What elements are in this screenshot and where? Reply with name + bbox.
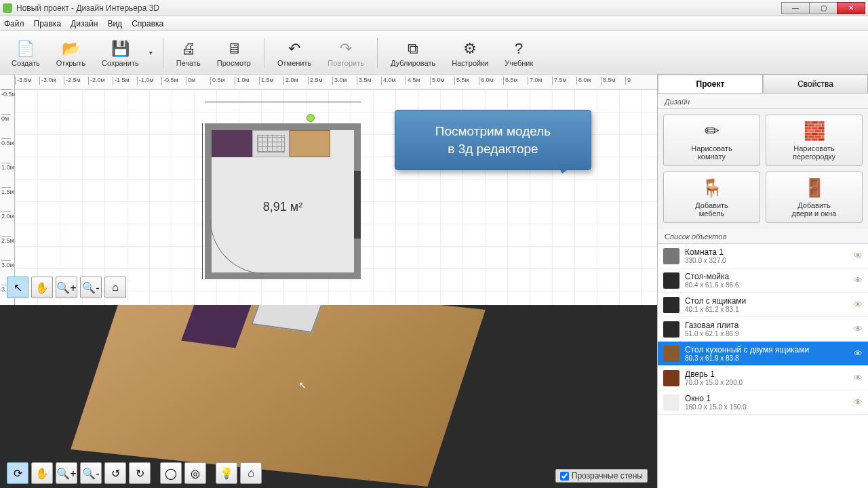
object-item[interactable]: Комната 1330.0 x 327.0👁 — [658, 244, 868, 268]
help-icon: ? — [509, 39, 529, 59]
object-thumb — [663, 248, 679, 264]
object-name: Стол с ящиками — [685, 296, 848, 306]
visibility-toggle[interactable]: 👁 — [854, 373, 863, 383]
add-doors-button[interactable]: 🚪Добавить двери и окна — [766, 171, 863, 223]
preview-tool-rotl[interactable]: ↺ — [104, 462, 126, 484]
hint-callout: Посмотрим модель в 3д редакторе — [395, 110, 591, 170]
object-dims: 330.0 x 327.0 — [685, 257, 848, 264]
preview-tool-home[interactable]: ⌂ — [240, 462, 262, 484]
plan-view[interactable]: -3.5м-3.0м-2.5м-2.0м-1.5м-1.0м-0.5м0м0.5… — [0, 75, 657, 305]
visibility-toggle[interactable]: 👁 — [854, 324, 863, 334]
object-item[interactable]: Стол-мойка80.4 x 61.6 x 86.6👁 — [658, 268, 868, 293]
maximize-button[interactable]: ▢ — [809, 2, 837, 14]
open-icon: 📂 — [60, 39, 81, 59]
object-thumb — [663, 346, 679, 362]
stove-block[interactable] — [252, 130, 290, 157]
menu-Дизайн[interactable]: Дизайн — [71, 19, 98, 28]
pref-button[interactable]: ⚙Настройки — [446, 37, 494, 69]
view-label: Просмотр — [217, 59, 251, 67]
door-swing[interactable] — [210, 220, 264, 274]
object-thumb — [663, 297, 679, 313]
object-dims: 40.1 x 61.2 x 83.1 — [685, 306, 848, 313]
plan-tool-home[interactable]: ⌂ — [104, 277, 126, 298]
menu-Файл[interactable]: Файл — [4, 19, 24, 28]
help-button[interactable]: ?Учебник — [498, 37, 539, 69]
view-icon: 🖥 — [224, 39, 244, 59]
menu-Правка[interactable]: Правка — [34, 19, 62, 28]
preview-tool-orbit[interactable]: ⟳ — [7, 462, 28, 484]
room-outline[interactable]: 8,91 м² — [205, 123, 361, 279]
view-button[interactable]: 🖥Просмотр — [211, 37, 257, 69]
floor-3d — [71, 305, 486, 487]
preview-tool-zoomout[interactable]: 🔍- — [80, 462, 102, 484]
tab-project[interactable]: Проект — [658, 75, 763, 93]
plan-tool-zoomout[interactable]: 🔍- — [80, 277, 102, 298]
window-marker[interactable] — [354, 171, 361, 239]
save-button[interactable]: 💾Сохранить — [96, 37, 145, 69]
transparent-walls-checkbox[interactable]: Прозрачные стены — [555, 469, 648, 483]
object-dims: 70.0 x 15.0 x 200.0 — [685, 379, 848, 386]
design-buttons: ✏Нарисовать комнату🧱Нарисовать перегород… — [658, 109, 868, 228]
object-item[interactable]: Газовая плита51.0 x 62.1 x 86.9👁 — [658, 317, 868, 342]
preview-tool-lasso2[interactable]: ◎ — [184, 462, 206, 484]
object-item[interactable]: Дверь 170.0 x 15.0 x 200.0👁 — [658, 366, 868, 390]
new-label: Создать — [12, 59, 40, 67]
plan-canvas[interactable]: 8,91 м² Посмотрим модель в 3д редакторе — [15, 89, 657, 305]
object-item[interactable]: Окно 1160.0 x 15.0 x 150.0👁 — [658, 390, 868, 415]
preview-tool-pan[interactable]: ✋ — [31, 462, 53, 484]
preview-tool-lasso1[interactable]: ◯ — [160, 462, 182, 484]
object-item[interactable]: Стол с ящиками40.1 x 61.2 x 83.1👁 — [658, 293, 868, 317]
section-design-header: Дизайн — [658, 94, 868, 109]
panel-tabs: Проект Свойства — [658, 75, 868, 94]
close-button[interactable]: ✕ — [837, 2, 865, 14]
preview-tool-light[interactable]: 💡 — [216, 462, 237, 484]
save-label: Сохранить — [102, 59, 139, 67]
menu-Справка[interactable]: Справка — [132, 19, 163, 28]
drag-handle[interactable] — [307, 114, 315, 122]
visibility-toggle[interactable]: 👁 — [854, 275, 863, 285]
add-furniture-button[interactable]: 🪑Добавить мебель — [663, 171, 760, 223]
object-dims: 80.4 x 61.6 x 86.6 — [685, 281, 848, 289]
visibility-toggle[interactable]: 👁 — [854, 397, 863, 407]
plan-tool-zoomin[interactable]: 🔍+ — [56, 277, 77, 298]
preview-3d[interactable]: ↖ ⟳✋🔍+🔍-↺↻◯◎💡⌂ Прозрачные стены — [0, 305, 657, 488]
help-label: Учебник — [505, 59, 533, 67]
dimension-line — [205, 102, 361, 102]
draw-room-button[interactable]: ✏Нарисовать комнату — [663, 115, 760, 166]
pref-label: Настройки — [452, 59, 488, 67]
object-thumb — [663, 370, 679, 386]
plan-tool-pan[interactable]: ✋ — [31, 277, 53, 298]
dup-icon: ⧉ — [403, 39, 423, 59]
preview-tool-zoomin[interactable]: 🔍+ — [56, 462, 77, 484]
visibility-toggle[interactable]: 👁 — [854, 300, 863, 310]
dimension-line — [202, 123, 203, 279]
furniture-block[interactable] — [290, 130, 330, 157]
new-button[interactable]: 📄Создать — [5, 37, 46, 69]
right-panel: Проект Свойства Дизайн ✏Нарисовать комна… — [658, 75, 868, 488]
add-furniture-icon: 🪑 — [701, 178, 723, 199]
section-objects-header: Список объектов — [658, 228, 868, 244]
undo-button[interactable]: ↶Отменить — [271, 37, 317, 69]
dup-button[interactable]: ⧉Дублировать — [384, 37, 441, 69]
save-icon: 💾 — [110, 39, 130, 59]
object-list[interactable]: Комната 1330.0 x 327.0👁Стол-мойка80.4 x … — [658, 244, 868, 488]
minimize-button[interactable]: — — [781, 2, 810, 14]
plan-tool-select[interactable]: ↖ — [7, 277, 28, 298]
transparent-walls-input[interactable] — [560, 472, 569, 481]
pref-icon: ⚙ — [460, 39, 480, 59]
tab-properties[interactable]: Свойства — [763, 75, 868, 93]
visibility-toggle[interactable]: 👁 — [854, 348, 863, 359]
new-icon: 📄 — [16, 39, 36, 59]
preview-tool-rotr[interactable]: ↻ — [129, 462, 151, 484]
save-dropdown[interactable]: ▾ — [149, 49, 156, 56]
titlebar: Новый проект - Дизайн Интерьера 3D — ▢ ✕ — [0, 0, 868, 16]
draw-wall-button[interactable]: 🧱Нарисовать перегородку — [766, 115, 863, 166]
menu-Вид[interactable]: Вид — [107, 19, 122, 28]
app-icon — [3, 3, 12, 13]
open-button[interactable]: 📂Открыть — [50, 37, 92, 69]
furniture-block[interactable] — [212, 130, 252, 157]
print-button[interactable]: 🖨Печать — [170, 37, 207, 69]
visibility-toggle[interactable]: 👁 — [854, 251, 863, 261]
object-item[interactable]: Стол кухонный с двумя ящиками80.3 x 61.9… — [658, 342, 868, 366]
add-doors-icon: 🚪 — [804, 178, 825, 199]
